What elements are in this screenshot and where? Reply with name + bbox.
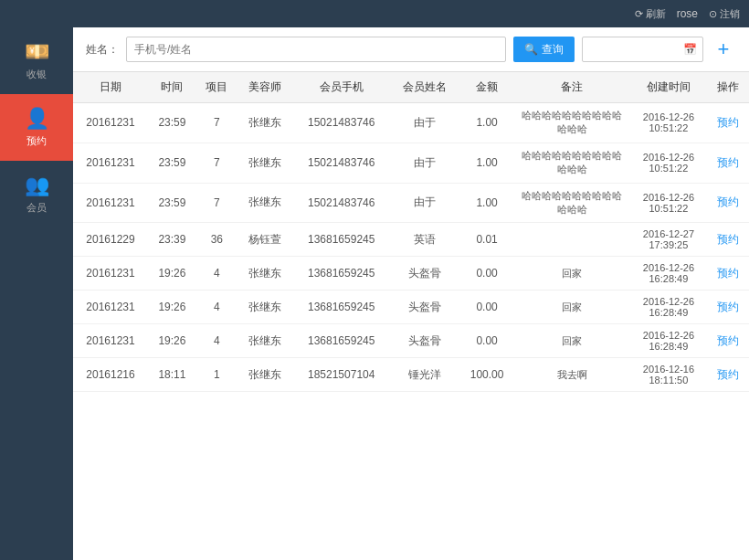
table-row: 2016123123:597张继东15021483746由于1.00哈哈哈哈哈哈… bbox=[73, 103, 749, 143]
cell-action[interactable]: 预约 bbox=[708, 223, 749, 257]
cell-name: 头盔骨 bbox=[390, 324, 459, 358]
cell-name: 头盔骨 bbox=[390, 257, 459, 291]
col-name: 会员姓名 bbox=[390, 72, 459, 103]
cell-time: 19:26 bbox=[148, 291, 196, 324]
refresh-icon: ⟳ bbox=[635, 8, 643, 20]
cell-date: 20161229 bbox=[73, 223, 148, 257]
cell-phone: 13681659245 bbox=[292, 324, 390, 358]
col-time: 时间 bbox=[148, 72, 196, 103]
cell-beautician: 张继东 bbox=[237, 324, 292, 358]
cell-created: 2016-12-26 10:51:22 bbox=[629, 183, 708, 223]
search-icon: 🔍 bbox=[524, 43, 538, 56]
cell-date: 20161231 bbox=[73, 324, 148, 358]
cell-project: 36 bbox=[196, 223, 237, 257]
main-layout: 💴 收银 👤 预约 👥 会员 姓名： 🔍 查询 📅 + bbox=[0, 27, 749, 560]
table-row: 2016123123:597张继东15021483746由于1.00哈哈哈哈哈哈… bbox=[73, 183, 749, 223]
col-beautician: 美容师 bbox=[237, 72, 292, 103]
calendar-icon: 📅 bbox=[683, 43, 697, 56]
cell-amount: 1.00 bbox=[459, 143, 515, 183]
cell-name: 由于 bbox=[390, 183, 459, 223]
cell-amount: 100.00 bbox=[459, 358, 515, 392]
cell-project: 7 bbox=[196, 183, 237, 223]
cell-created: 2016-12-26 16:28:49 bbox=[629, 291, 708, 324]
cell-beautician: 张继东 bbox=[237, 358, 292, 392]
cell-created: 2016-12-27 17:39:25 bbox=[629, 223, 708, 257]
cell-created: 2016-12-26 10:51:22 bbox=[629, 103, 708, 143]
cell-time: 23:59 bbox=[148, 103, 196, 143]
cell-remark: 哈哈哈哈哈哈哈哈哈哈哈哈哈 bbox=[515, 103, 629, 143]
cell-date: 20161231 bbox=[73, 257, 148, 291]
income-icon: 💴 bbox=[25, 40, 49, 64]
cell-phone: 13681659245 bbox=[292, 223, 390, 257]
sidebar-item-appointment-label: 预约 bbox=[26, 134, 47, 148]
cell-name: 由于 bbox=[390, 143, 459, 183]
refresh-button[interactable]: ⟳ 刷新 bbox=[635, 7, 666, 21]
logout-icon: ⊙ bbox=[709, 8, 717, 20]
cell-beautician: 张继东 bbox=[237, 143, 292, 183]
cell-phone: 13681659245 bbox=[292, 257, 390, 291]
cell-project: 1 bbox=[196, 358, 237, 392]
cell-project: 7 bbox=[196, 103, 237, 143]
add-button[interactable]: + bbox=[711, 37, 736, 62]
cell-date: 20161216 bbox=[73, 358, 148, 392]
date-input[interactable] bbox=[588, 44, 680, 55]
cell-action[interactable]: 预约 bbox=[708, 143, 749, 183]
cell-time: 19:26 bbox=[148, 257, 196, 291]
sidebar: 💴 收银 👤 预约 👥 会员 bbox=[0, 27, 73, 560]
table-row: 2016123119:264张继东13681659245头盔骨0.00回家201… bbox=[73, 324, 749, 358]
cell-action[interactable]: 预约 bbox=[708, 257, 749, 291]
col-project: 项目 bbox=[196, 72, 237, 103]
cell-date: 20161231 bbox=[73, 143, 148, 183]
cell-action[interactable]: 预约 bbox=[708, 103, 749, 143]
cell-name: 头盔骨 bbox=[390, 291, 459, 324]
cell-created: 2016-12-26 10:51:22 bbox=[629, 143, 708, 183]
table-row: 2016121618:111张继东18521507104锤光洋100.00我去啊… bbox=[73, 358, 749, 392]
col-phone: 会员手机 bbox=[292, 72, 390, 103]
cell-remark: 我去啊 bbox=[515, 358, 629, 392]
appointment-icon: 👤 bbox=[25, 107, 49, 131]
member-icon: 👥 bbox=[25, 174, 49, 197]
cell-remark: 回家 bbox=[515, 324, 629, 358]
topbar: ⟳ 刷新 rose ⊙ 注销 bbox=[0, 0, 749, 27]
col-amount: 金额 bbox=[459, 72, 515, 103]
search-bar: 姓名： 🔍 查询 📅 + bbox=[73, 27, 749, 72]
search-input[interactable] bbox=[126, 37, 506, 62]
cell-remark: 回家 bbox=[515, 291, 629, 324]
cell-action[interactable]: 预约 bbox=[708, 358, 749, 392]
cell-time: 18:11 bbox=[148, 358, 196, 392]
cell-amount: 0.01 bbox=[459, 223, 515, 257]
cell-date: 20161231 bbox=[73, 183, 148, 223]
logout-button[interactable]: ⊙ 注销 bbox=[709, 7, 740, 21]
cell-beautician: 张继东 bbox=[237, 183, 292, 223]
sidebar-item-appointment[interactable]: 👤 预约 bbox=[0, 94, 73, 161]
cell-beautician: 张继东 bbox=[237, 257, 292, 291]
sidebar-item-income[interactable]: 💴 收银 bbox=[0, 27, 73, 94]
search-button[interactable]: 🔍 查询 bbox=[513, 37, 575, 62]
cell-date: 20161231 bbox=[73, 291, 148, 324]
cell-time: 23:39 bbox=[148, 223, 196, 257]
cell-date: 20161231 bbox=[73, 103, 148, 143]
table-row: 2016122923:3936杨钰萱13681659245英语0.012016-… bbox=[73, 223, 749, 257]
cell-created: 2016-12-26 16:28:49 bbox=[629, 324, 708, 358]
cell-phone: 15021483746 bbox=[292, 143, 390, 183]
col-created: 创建时间 bbox=[629, 72, 708, 103]
cell-time: 19:26 bbox=[148, 324, 196, 358]
table-row: 2016123119:264张继东13681659245头盔骨0.00回家201… bbox=[73, 291, 749, 324]
search-label: 姓名： bbox=[86, 42, 119, 58]
cell-project: 7 bbox=[196, 143, 237, 183]
cell-remark: 哈哈哈哈哈哈哈哈哈哈哈哈哈 bbox=[515, 183, 629, 223]
cell-phone: 15021483746 bbox=[292, 103, 390, 143]
current-user: rose bbox=[677, 7, 698, 20]
table-header-row: 日期 时间 项目 美容师 会员手机 会员姓名 金额 备注 创建时间 操作 bbox=[73, 72, 749, 103]
cell-created: 2016-12-26 16:28:49 bbox=[629, 257, 708, 291]
cell-action[interactable]: 预约 bbox=[708, 291, 749, 324]
cell-amount: 1.00 bbox=[459, 103, 515, 143]
cell-remark: 哈哈哈哈哈哈哈哈哈哈哈哈哈 bbox=[515, 143, 629, 183]
sidebar-item-member[interactable]: 👥 会员 bbox=[0, 161, 73, 227]
date-input-box: 📅 bbox=[582, 37, 703, 62]
cell-action[interactable]: 预约 bbox=[708, 324, 749, 358]
cell-created: 2016-12-16 18:11:50 bbox=[629, 358, 708, 392]
sidebar-item-income-label: 收银 bbox=[26, 68, 47, 81]
cell-action[interactable]: 预约 bbox=[708, 183, 749, 223]
table-row: 2016123123:597张继东15021483746由于1.00哈哈哈哈哈哈… bbox=[73, 143, 749, 183]
